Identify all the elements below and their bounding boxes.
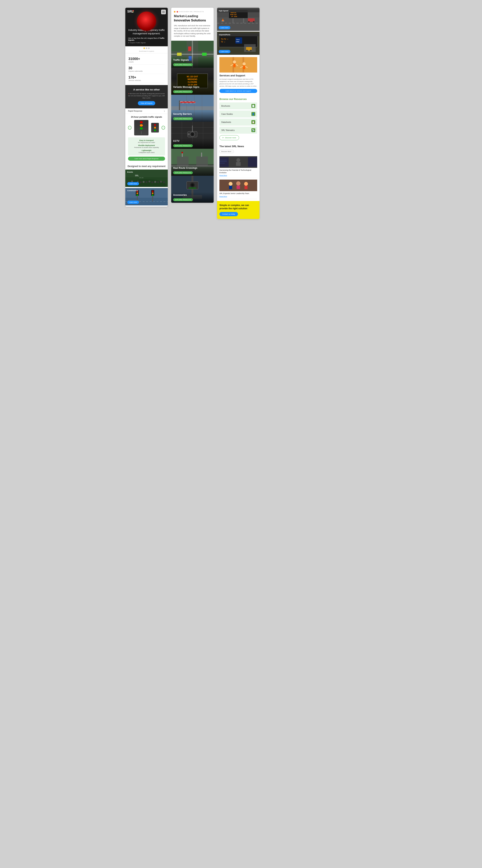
svg-point-14 — [149, 181, 150, 183]
view-depots-button[interactable]: View all Depots — [138, 101, 155, 105]
news-2-read-more[interactable]: Read More — [219, 195, 257, 197]
events-card: SRL .CO.UK Events Learn more — [125, 169, 168, 187]
prev-arrow-button[interactable]: ‹ — [128, 126, 131, 130]
svg-point-132 — [236, 181, 240, 186]
next-arrow-button[interactable]: › — [162, 126, 165, 130]
column-1-mobile: SRL Industry leading temporary traffic m… — [125, 8, 168, 207]
barriers-overlay: Security Barriers EXPLORE PRODUCTS — [171, 111, 214, 122]
discover-more-tag[interactable]: Discover More › — [219, 150, 234, 153]
secondary-signal — [151, 123, 159, 132]
services-heading: Services and Support — [219, 74, 257, 77]
news-heading: The latest SRL News — [219, 145, 257, 148]
events-learn-more-button[interactable]: Learn more — [127, 182, 139, 185]
product-card-vms: M1 J23 EXIT WEEKEND CLOSURE 15-18 JAN Va… — [171, 68, 214, 95]
news-1-illustration — [219, 156, 257, 168]
product-card-barriers: Security Barriers EXPLORE PRODUCTS — [171, 95, 214, 122]
stat-assets: 31000+ Assets — [128, 55, 165, 65]
svg-rect-46 — [179, 100, 180, 110]
resource-case-studies[interactable]: Case Studies 👤 — [219, 111, 257, 118]
svg-point-28 — [136, 194, 138, 196]
svg-rect-92 — [222, 21, 224, 21]
svg-point-12 — [143, 181, 144, 183]
news-2-illustration — [219, 180, 257, 191]
chevron-down-icon: ∨ — [164, 110, 165, 112]
explore-haul-button[interactable]: EXPLORE PRODUCTS — [173, 171, 193, 174]
datasheets-icon: 📋 — [251, 120, 255, 124]
svg-rect-3 — [133, 11, 134, 12]
column-3-info: WORKING EVEN OUT OF VIEW High-Speed Lear… — [217, 8, 259, 219]
col2-hero-heading: Market-Leading Innovative Solutions — [174, 14, 211, 23]
svg-point-105 — [250, 50, 252, 51]
resources-heading: Browse our Resources — [219, 98, 257, 100]
news-1-image — [219, 156, 257, 168]
svg-rect-124 — [219, 157, 229, 167]
scroll-hint: Scroll down to explore — [125, 50, 168, 54]
col2-hero-text: SRL manufacture and stock the most exten… — [174, 25, 211, 38]
dot-2[interactable] — [146, 48, 147, 49]
svg-rect-135 — [245, 186, 248, 189]
hamburger-menu-button[interactable] — [161, 10, 166, 14]
learn-more-rapid-response-button[interactable]: Learn more about Rapid Response — [128, 157, 165, 161]
svg-rect-67 — [196, 156, 208, 166]
cta-heading: Simple or complex, we can provide the ri… — [219, 204, 257, 210]
airports-card: T1/T2 ↑ T3 ↗ Stena Line Stena Line Airpo… — [217, 32, 259, 55]
svg-rect-2 — [133, 11, 133, 12]
svg-rect-123 — [236, 162, 240, 166]
page-wrapper: SRL Industry leading temporary traffic m… — [125, 8, 357, 219]
feature-1: Easy to transport No requirement for tra… — [130, 139, 163, 144]
green-light — [140, 127, 143, 130]
discover-more-button[interactable]: ⟳ Discover more — [219, 135, 239, 140]
events-label: Events — [127, 171, 133, 173]
resource-telematics[interactable]: SRL Telematics 📡 — [219, 127, 257, 134]
resources-section: Browse our Resources Brochures 📄 Case St… — [217, 95, 259, 143]
col1-hero: SRL Industry leading temporary traffic m… — [125, 8, 168, 46]
resource-datasheets[interactable]: Datasheets 📋 — [219, 119, 257, 126]
product-card-cctv: CCTV EXPLORE PRODUCTS — [171, 122, 214, 149]
services-learn-more-button[interactable]: Learn about our services and support — [219, 89, 257, 93]
explore-barriers-button[interactable]: EXPLORE PRODUCTS — [173, 117, 193, 120]
hero-dots — [125, 46, 168, 50]
signal-pair — [151, 123, 159, 132]
explore-traffic-signals-button[interactable]: EXPLORE PRODUCTS — [173, 63, 193, 66]
amber-light — [140, 124, 143, 127]
news-item-1: Harnessing the Potential of Technologica… — [219, 155, 257, 178]
svg-rect-40 — [188, 46, 191, 51]
explore-cctv-button[interactable]: EXPLORE PRODUCTS — [173, 144, 193, 147]
svg-text:SRL: SRL — [127, 10, 133, 13]
svg-point-15 — [151, 181, 153, 183]
service-workers-image — [219, 57, 257, 72]
svg-rect-86 — [232, 18, 233, 23]
svg-rect-125 — [248, 157, 257, 167]
explore-accessories-button[interactable]: EXPLORE PRODUCTS — [173, 198, 193, 201]
explore-traffic-signals-link[interactable]: ⏱ Explore Traffic Signals — [128, 42, 165, 43]
svg-rect-70 — [201, 153, 202, 157]
svg-rect-75 — [189, 187, 196, 189]
traffic-signals-overlay: Traffic Signals EXPLORE PRODUCTS — [171, 57, 214, 68]
airports-learn-more-button[interactable]: Learn more — [219, 50, 230, 53]
service-image — [219, 57, 257, 72]
news-2-image — [219, 180, 257, 191]
svg-point-61 — [192, 134, 193, 135]
feature-2: Flexible deployment Pedestrian & double-… — [130, 144, 163, 149]
rapid-response-accordion[interactable]: Rapid Response ∨ — [125, 108, 168, 114]
svg-point-122 — [236, 158, 240, 162]
svg-point-130 — [229, 182, 232, 186]
explore-vms-button[interactable]: EXPLORE PRODUCTS — [173, 90, 193, 93]
contact-us-button[interactable]: Contact us today — [219, 212, 238, 216]
svg-rect-133 — [236, 186, 240, 189]
designed-section: Designed to meet any requirement — [125, 163, 168, 206]
construction-learn-more-button[interactable]: Learn more — [127, 200, 139, 204]
rapid-heading: 24-hour portable traffic signals — [128, 116, 165, 118]
svg-point-90 — [253, 21, 255, 23]
airports-label: Airports/Ports — [217, 33, 259, 36]
news-1-read-more[interactable]: Read More — [219, 175, 257, 176]
rapid-response-content: 24-hour portable traffic signals ‹ › — [125, 114, 168, 163]
col1-logo: SRL — [127, 10, 135, 14]
dot-1[interactable] — [143, 48, 145, 49]
news-1-title: Harnessing the Potential of Technologica… — [219, 169, 257, 174]
dot-3[interactable] — [148, 48, 150, 49]
vms-overlay: Variable Message Signs EXPLORE PRODUCTS — [171, 84, 214, 95]
high-speed-learn-more-button[interactable]: Learn more — [219, 26, 230, 29]
resource-brochures[interactable]: Brochures 📄 — [219, 102, 257, 110]
svg-point-17 — [157, 181, 159, 183]
